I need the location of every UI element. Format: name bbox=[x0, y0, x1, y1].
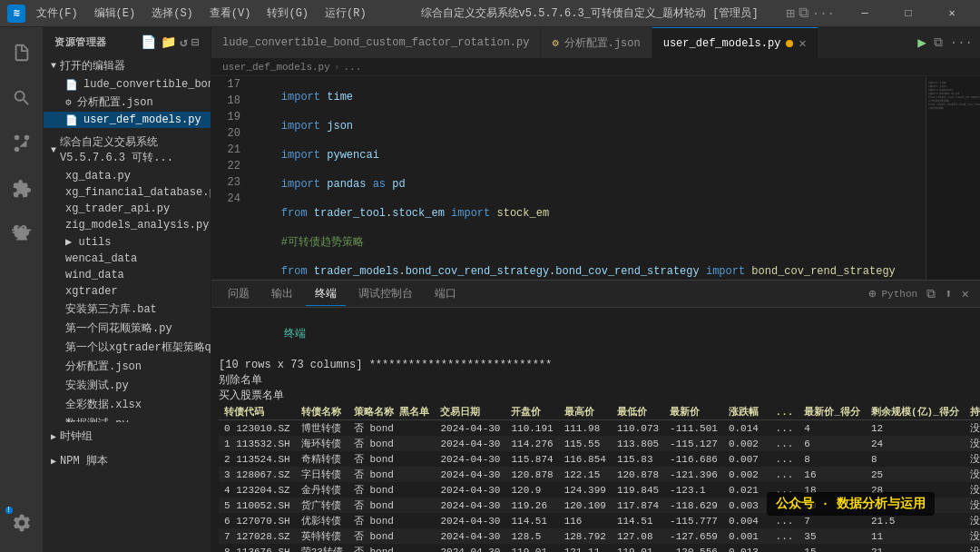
terminal-rows-info: [10 rows x 73 columns] *****************… bbox=[219, 358, 973, 373]
new-folder-icon[interactable]: 📁 bbox=[161, 34, 177, 50]
sidebar-item-xg-data[interactable]: xg_data.py bbox=[44, 168, 211, 184]
tab-close-icon[interactable]: ✕ bbox=[799, 35, 806, 51]
tab-config-json[interactable]: ⚙ 分析配置.json bbox=[541, 27, 652, 59]
sidebar-item-xg-trader[interactable]: xg_trader_api.py bbox=[44, 201, 211, 217]
app-logo: ≋ bbox=[7, 5, 25, 23]
table-row: 0 123010.SZ 博世转债 否 bond 2024-04-30 110.1… bbox=[219, 420, 980, 437]
data-table: 转债代码 转债名称 策略名称 黑名单 交易日期 开盘价 最高价 最低价 最新价 … bbox=[219, 404, 980, 552]
minimap-content: import time import json import pywencai … bbox=[926, 76, 980, 116]
tab-bond-py[interactable]: lude_convertible_bond_custom_factor_rota… bbox=[211, 27, 541, 59]
split-terminal-icon[interactable]: ⧉ bbox=[923, 285, 939, 303]
sidebar-item-utils[interactable]: ▶ utils bbox=[44, 233, 211, 251]
sidebar-item-config-json[interactable]: ⚙ 分析配置.json bbox=[44, 93, 211, 112]
sidebar-item-install-test[interactable]: 安装测试.py bbox=[44, 376, 211, 395]
close-panel-icon[interactable]: ✕ bbox=[958, 284, 973, 303]
more-icon[interactable]: ··· bbox=[812, 6, 835, 21]
collapse-all-icon[interactable]: ⊟ bbox=[191, 34, 200, 50]
table-body: 0 123010.SZ 博世转债 否 bond 2024-04-30 110.1… bbox=[219, 420, 980, 553]
tab-user-def-models[interactable]: user_def_models.py ✕ bbox=[652, 27, 818, 59]
activity-debug[interactable] bbox=[0, 212, 44, 256]
maximize-panel-icon[interactable]: ⬆ bbox=[941, 284, 956, 303]
split-editor-icon[interactable]: ⧉ bbox=[934, 35, 943, 50]
project-label: 综合自定义交易系统V5.5.7.6.3 可转... bbox=[60, 134, 203, 165]
update-badge: ! bbox=[5, 507, 13, 514]
activity-extensions[interactable] bbox=[0, 167, 44, 211]
refresh-icon[interactable]: ↺ bbox=[180, 34, 188, 50]
python-label: Python bbox=[882, 289, 918, 300]
activity-bar: ! bbox=[0, 27, 44, 552]
table-row: 4 123204.SZ 金丹转债 否 bond 2024-04-30 120.9… bbox=[219, 482, 980, 498]
table-row: 2 113524.SH 奇精转债 否 bond 2024-04-30 115.8… bbox=[219, 451, 980, 467]
breadcrumb-file[interactable]: user_def_models.py bbox=[222, 62, 330, 73]
sidebar-item-bond-py[interactable]: 📄 lude_convertible_bond_c... bbox=[44, 76, 211, 93]
terminal-content[interactable]: 终端 [10 rows x 73 columns] **************… bbox=[211, 308, 980, 552]
modified-indicator bbox=[786, 40, 793, 47]
project-arrow: ▼ bbox=[51, 145, 56, 155]
menu-view[interactable]: 查看(V) bbox=[204, 4, 257, 23]
sidebar-item-xg-financial[interactable]: xg_financial_database.py bbox=[44, 184, 211, 201]
activity-search[interactable] bbox=[0, 76, 44, 120]
new-file-icon[interactable]: 📄 bbox=[141, 34, 157, 50]
window-controls: ⊞ ⧉ ··· ─ □ ✕ bbox=[786, 0, 973, 27]
terminal-buylist: 买入股票名单 bbox=[219, 389, 973, 404]
sidebar-item-user-def-models[interactable]: 📄 user_def_models.py bbox=[44, 112, 211, 128]
new-terminal-icon[interactable]: ⊕ bbox=[865, 284, 879, 303]
panel-tab-terminal[interactable]: 终端 bbox=[306, 282, 346, 306]
sidebar-item-zig-models[interactable]: zig_models_analysis.py bbox=[44, 217, 211, 233]
npm-header[interactable]: ▶ NPM 脚本 bbox=[44, 450, 211, 471]
menu-edit[interactable]: 编辑(E) bbox=[89, 4, 142, 23]
code-editor[interactable]: 17 18 19 20 21 22 23 24 import time impo… bbox=[211, 76, 926, 280]
maximize-button[interactable]: □ bbox=[887, 0, 929, 27]
project-header[interactable]: ▼ 综合自定义交易系统V5.5.7.6.3 可转... bbox=[44, 132, 211, 168]
panel: 问题 输出 终端 调试控制台 端口 ⊕ Python ⧉ ⬆ ✕ 终端 [10 … bbox=[211, 280, 980, 552]
panel-tab-problems[interactable]: 问题 bbox=[219, 282, 259, 305]
panel-header-right: ⊕ Python ⧉ ⬆ ✕ bbox=[865, 284, 973, 303]
split-icon[interactable]: ⧉ bbox=[799, 5, 808, 22]
panel-tabs: 问题 输出 终端 调试控制台 端口 ⊕ Python ⧉ ⬆ ✕ bbox=[211, 281, 980, 308]
breadcrumb-context[interactable]: ... bbox=[343, 62, 361, 73]
table-row: 8 113676.SH 荣23转债 否 bond 2024-04-30 119.… bbox=[219, 544, 980, 552]
more-actions-icon[interactable]: ··· bbox=[950, 35, 973, 50]
sidebar-item-strategy2[interactable]: 第一个以xgtrader框架策略qmt.py bbox=[44, 338, 211, 357]
panel-tab-debug[interactable]: 调试控制台 bbox=[349, 282, 422, 305]
npm-arrow: ▶ bbox=[51, 456, 56, 467]
col-date: 交易日期 bbox=[435, 404, 505, 420]
open-editors-section: ▼ 打开的编辑器 📄 lude_convertible_bond_c... ⚙ … bbox=[44, 54, 211, 130]
minimize-button[interactable]: ─ bbox=[844, 0, 886, 27]
panel-tab-ports[interactable]: 端口 bbox=[426, 282, 466, 305]
col-strategy: 策略名称 黑名单 bbox=[348, 404, 436, 420]
sidebar-item-config[interactable]: 分析配置.json bbox=[44, 357, 211, 376]
panel-tab-output[interactable]: 输出 bbox=[262, 282, 302, 305]
open-editors-arrow: ▼ bbox=[51, 61, 56, 71]
sidebar-item-strategy1[interactable]: 第一个同花顺策略.py bbox=[44, 319, 211, 338]
file-icon: 📄 bbox=[65, 114, 78, 126]
activity-settings[interactable]: ! bbox=[0, 501, 44, 545]
sidebar-item-wencai[interactable]: wencai_data bbox=[44, 251, 211, 267]
tab-bar-right: ▶ ⧉ ··· bbox=[917, 34, 980, 52]
menu-file[interactable]: 文件(F) bbox=[31, 4, 83, 23]
run-button[interactable]: ▶ bbox=[917, 34, 926, 52]
sidebar-item-xlsx[interactable]: 全彩数据.xlsx bbox=[44, 395, 211, 414]
title-bar: ≋ 文件(F) 编辑(E) 选择(S) 查看(V) 转到(G) 运行(R) 综合… bbox=[0, 0, 980, 27]
activity-source-control[interactable] bbox=[0, 122, 44, 165]
timegroup-header[interactable]: ▶ 时钟组 bbox=[44, 426, 211, 447]
layout-icon[interactable]: ⊞ bbox=[786, 5, 795, 23]
sidebar-item-wind[interactable]: wind_data bbox=[44, 267, 211, 283]
menu-goto[interactable]: 转到(G) bbox=[261, 4, 314, 23]
activity-files[interactable] bbox=[0, 31, 44, 74]
col-name: 转债名称 bbox=[296, 404, 348, 420]
minimap: import time import json import pywencai … bbox=[926, 76, 980, 280]
sidebar-item-data-test[interactable]: 数据测试.py bbox=[44, 414, 211, 422]
timegroup-section: ▶ 时钟组 bbox=[44, 424, 211, 448]
open-editors-header[interactable]: ▼ 打开的编辑器 bbox=[44, 55, 211, 76]
close-button[interactable]: ✕ bbox=[931, 0, 973, 27]
menu-select[interactable]: 选择(S) bbox=[146, 4, 199, 23]
menu-run[interactable]: 运行(R) bbox=[319, 4, 372, 23]
json-icon: ⚙ bbox=[552, 36, 558, 50]
tab-bar: lude_convertible_bond_custom_factor_rota… bbox=[211, 27, 980, 59]
sidebar-item-xgtrader[interactable]: xgtrader bbox=[44, 283, 211, 300]
col-change: 涨跌幅 bbox=[723, 404, 770, 420]
code-content: import time import json import pywencai … bbox=[248, 76, 926, 280]
app-body: ! 资源管理器 📄 📁 ↺ ⊟ ▼ 打开的编辑器 📄 lude_converti… bbox=[0, 27, 980, 552]
sidebar-item-install-bat[interactable]: 安装第三方库.bat bbox=[44, 300, 211, 319]
